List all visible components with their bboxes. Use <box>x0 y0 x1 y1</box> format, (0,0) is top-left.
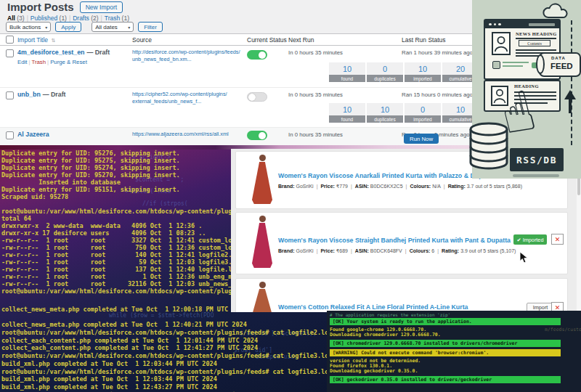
select-all-checkbox[interactable] <box>6 36 14 44</box>
terminal-line: Duplicate entry for UID: 95274, skipping… <box>1 164 232 171</box>
product-title-link[interactable]: Women's Rayon Viscose Anarkali Printed K… <box>278 172 494 179</box>
database-cylinder-icon <box>468 122 510 171</box>
figure-head <box>259 155 266 161</box>
filter-link-drafts[interactable]: Drafts <box>73 15 89 22</box>
terminal-line: -rw-r--r-- 1 root root 59 Oct 1 12:03 lo… <box>1 258 232 266</box>
meta-label: Rating: <box>448 184 467 189</box>
run-now-button[interactable]: Run Now <box>404 134 439 144</box>
next-run-value: In 0 hours 35 minutes <box>288 49 343 56</box>
terminal-line-dim: # The application requires the extension… <box>330 312 581 318</box>
terminal-line: -rw-r--r-- 1 root root 137 Oct 1 12:40 l… <box>1 266 232 273</box>
source-url-link[interactable]: https://www.aljazeera.com/xml/rss/all.xm… <box>132 131 243 138</box>
row-action-trash[interactable]: Trash <box>31 59 46 65</box>
stat-value: 10 <box>329 103 365 115</box>
terminal-line: Scraped uid: 95278 <box>1 193 232 200</box>
source-url-link[interactable]: http://desiforce.com/wp-content/plugins/… <box>132 49 243 56</box>
rss-db-feed-illustration: NEWS HEADING Contents DATA FEED HEADI <box>472 0 581 179</box>
dates-select[interactable]: All dates ▾ <box>92 22 134 32</box>
product-title-link[interactable]: Women's Rayon Viscose Straight Bandhej P… <box>278 237 511 244</box>
filter-link-published[interactable]: Published <box>31 15 57 22</box>
separator: | <box>351 184 352 189</box>
bulk-actions-select[interactable]: Bulk actions ▾ <box>6 22 51 32</box>
meta-label: Price: <box>320 248 336 253</box>
separator: | <box>317 248 318 253</box>
terminal-line: collect_each_content.php completed at Tu… <box>1 337 334 345</box>
dashed-flow-line <box>571 20 572 145</box>
table-row: 4m_desiforce_test_en— DraftEdit|Trash|Pu… <box>0 46 479 88</box>
filter-link-trash[interactable]: Trash <box>105 15 120 22</box>
draft-state-label: — Draft <box>43 91 66 98</box>
status-toggle[interactable] <box>247 50 267 60</box>
apply-button[interactable]: Apply <box>55 22 81 32</box>
new-import-button[interactable]: New Import <box>80 1 123 13</box>
terminal-line: collect_each_content.php completed at Tu… <box>1 344 334 352</box>
status-toggle[interactable] <box>247 131 267 140</box>
import-title-cell: Al Jazeera <box>17 131 49 138</box>
terminal-line <box>1 200 232 208</box>
terminal-line: total 64 <box>1 215 232 222</box>
figure-dress <box>252 162 272 204</box>
data-feed-cylinder: DATA FEED <box>539 52 581 77</box>
import-title-link[interactable]: Al Jazeera <box>17 131 49 138</box>
table-body: 4m_desiforce_test_en— DraftEdit|Trash|Pu… <box>0 46 479 145</box>
stat-label: duplicates <box>367 115 403 123</box>
rss-db-label: RSS/DB <box>510 148 564 171</box>
column-last-run: Last Run Status <box>402 36 477 44</box>
row-checkbox[interactable] <box>6 49 14 57</box>
import-title-link[interactable]: 4m_desiforce_test_en <box>17 49 84 56</box>
filter-count: (2) <box>89 15 99 22</box>
terminal-line <box>1 314 334 322</box>
column-current-status: Current Status <box>247 36 287 44</box>
filter-link-all[interactable]: All <box>7 15 15 22</box>
cylinder-cap <box>536 54 545 74</box>
mouse-cursor <box>519 251 529 264</box>
terminal-output-logs: collect_news_meta.php completed at Tue O… <box>1 306 334 392</box>
next-run-value: In 0 hours 35 minutes <box>288 91 343 98</box>
meta-value: ₹779 <box>336 184 348 189</box>
separator: | <box>317 184 318 189</box>
terminal-line: Duplicate entry for UID: 95151, skipping… <box>1 186 232 193</box>
meta-value: B0DCK648FV <box>370 248 402 253</box>
row-action-purge-reset[interactable]: Purge & Reset <box>50 59 87 65</box>
terminal-line: -rw-r--r-- 1 root root 750 Oct 1 12:36 c… <box>1 244 232 251</box>
meta-label: ASIN: <box>355 184 370 189</box>
thumbnail-box <box>492 61 500 69</box>
meta-label: Price: <box>320 184 336 189</box>
filter-button[interactable]: Filter <box>138 22 163 32</box>
row-actions: Edit|Trash|Purge & Reset <box>17 59 87 65</box>
draft-state-label: — Draft <box>86 49 110 56</box>
status-toggle[interactable] <box>247 92 267 102</box>
row-checkbox[interactable] <box>6 131 14 139</box>
browser-titlebar <box>485 20 559 28</box>
row-action-edit[interactable]: Edit <box>17 59 27 65</box>
product-card: Women's Rayon Viscose Straight Bandhej P… <box>235 212 568 274</box>
meta-label: Brand: <box>278 184 296 189</box>
product-card: Women's Cotton Relaxed Fit A Line Floral… <box>235 278 568 312</box>
source-url-link[interactable]: https://cipher52.com/wp-content/plugins/ <box>132 91 243 98</box>
terminal-window-driver-install[interactable]: # The application requires the extension… <box>327 311 581 392</box>
terminal-line-ok: [OK] chromedriver 129.0.6668.70 installe… <box>330 340 561 347</box>
terminal-line: Duplicate entry for UID: 95276, skipping… <box>1 150 232 157</box>
run-stats: 10found10duplicates0imported10cumulative <box>329 103 479 123</box>
source-url-link[interactable]: external_feeds/unb_news_f... <box>132 98 243 105</box>
sort-by-title-link[interactable]: Import Title <box>17 36 48 44</box>
import-title-link[interactable]: unb_bn <box>17 91 41 98</box>
list-controls: Bulk actions ▾ Apply All dates ▾ Filter <box>6 22 163 32</box>
terminal-line-plain: Downloading chromedriver 129.0.6668.70. <box>330 332 581 338</box>
avatar-icon <box>492 32 511 55</box>
source-url-link[interactable]: unb_news_feed_bn.xm... <box>132 56 243 63</box>
row-checkbox[interactable] <box>6 91 14 99</box>
remove-button[interactable]: ✕ <box>551 234 564 245</box>
terminal-output-drivers: # The application requires the extension… <box>330 312 581 383</box>
imported-badge-button[interactable]: ✔Imported <box>513 234 547 245</box>
stat-label: duplicates <box>367 75 403 82</box>
terminal-output-scrape: Duplicate entry for UID: 95276, skipping… <box>1 150 232 295</box>
column-import-title: Import Title ⇅ <box>17 36 55 44</box>
product-title-link[interactable]: Women's Cotton Relaxed Fit A Line Floral… <box>278 303 468 311</box>
check-icon: ✔ <box>517 237 521 243</box>
terminal-line: -rw-r--r-- 1 root root 1 Oct 1 12:36 unb… <box>1 273 232 280</box>
stat-duplicates: 10duplicates <box>367 103 403 123</box>
stat-found: 10found <box>329 62 365 82</box>
desktop-screenshot: Import Posts New Import All (3)|Publishe… <box>0 0 581 392</box>
meta-label: Colours: <box>410 248 432 253</box>
